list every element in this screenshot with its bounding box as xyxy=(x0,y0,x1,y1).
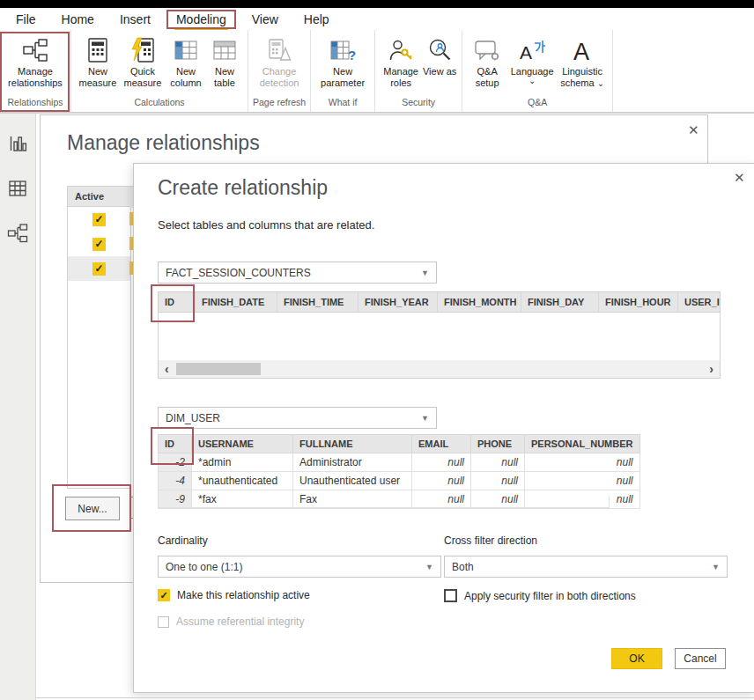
column-header[interactable]: USER_ID xyxy=(678,292,720,312)
cell-null: null xyxy=(471,453,525,472)
option-label: Make this relationship active xyxy=(177,589,310,601)
active-checkbox-checked[interactable]: ✓ xyxy=(92,262,106,276)
scroll-right-icon[interactable]: › xyxy=(703,361,720,377)
active-checkbox-checked[interactable]: ✓ xyxy=(92,238,106,251)
scrollbar-thumb[interactable] xyxy=(176,363,261,375)
status-bar-divider xyxy=(36,697,754,698)
menu-insert[interactable]: Insert xyxy=(120,12,151,26)
manage-dialog-title: Manage relationships xyxy=(67,131,260,155)
new-parameter-button[interactable]: ? New parameter xyxy=(315,30,370,89)
column-header[interactable]: EMAIL xyxy=(412,435,471,453)
cell-null: null xyxy=(525,472,640,490)
relationship-row-selected[interactable]: ✓ xyxy=(68,256,130,281)
active-checkbox-checked[interactable]: ✓ xyxy=(92,213,106,226)
table2-select[interactable]: DIM_USER ▼ xyxy=(158,407,437,429)
view-as-icon xyxy=(426,34,453,66)
title-bar xyxy=(0,0,754,8)
new-table-icon xyxy=(211,34,238,66)
horizontal-scrollbar[interactable]: ‹ › xyxy=(159,360,720,378)
cardinality-select[interactable]: One to one (1:1) ▼ xyxy=(158,556,441,578)
column-header[interactable]: FINISH_MONTH xyxy=(438,292,521,312)
qa-setup-button[interactable]: Q&A setup xyxy=(467,30,507,89)
active-column-header[interactable]: Active xyxy=(68,187,130,207)
create-dialog-subtitle: Select tables and columns that are relat… xyxy=(158,218,374,232)
new-column-icon xyxy=(173,34,199,66)
button-label: New measure xyxy=(76,66,120,89)
cell: Administrator xyxy=(293,453,412,472)
menu-help[interactable]: Help xyxy=(304,12,329,26)
checkbox-checked[interactable]: ✓ xyxy=(158,589,170,601)
column-header-id[interactable]: ID xyxy=(159,435,192,453)
cell-null: null xyxy=(471,472,525,490)
column-header[interactable]: FULLNAME xyxy=(293,435,412,453)
ribbon-group-what-if: ? New parameter What if xyxy=(311,30,375,112)
new-parameter-icon: ? xyxy=(329,34,356,66)
model-view-icon[interactable] xyxy=(7,223,28,244)
column-header[interactable]: PHONE xyxy=(471,435,525,453)
manage-roles-button[interactable]: Manage roles xyxy=(380,30,422,89)
button-label: New parameter xyxy=(315,66,370,89)
cancel-button[interactable]: Cancel xyxy=(675,648,726,669)
ribbon-group-qa: Q&A setup A Language ⌄ A xyxy=(462,30,613,112)
cell: *admin xyxy=(192,453,293,472)
column-header[interactable]: FINISH_DATE xyxy=(196,292,277,312)
cross-filter-select[interactable]: Both ▼ xyxy=(444,556,728,578)
checkbox-unchecked[interactable] xyxy=(444,589,457,602)
change-detection-button: Change detection xyxy=(254,30,305,89)
scroll-left-icon[interactable]: ‹ xyxy=(159,361,175,377)
linguistic-schema-button[interactable]: A Linguistic schema ⌄ xyxy=(557,30,608,89)
table2-selected-value: DIM_USER xyxy=(166,412,220,424)
menu-view[interactable]: View xyxy=(252,12,278,26)
button-label: Linguistic schema ⌄ xyxy=(557,66,608,89)
new-relationship-button[interactable]: New... xyxy=(65,497,120,520)
close-icon[interactable]: ✕ xyxy=(688,123,699,136)
button-label: Change detection xyxy=(254,66,305,89)
change-detection-icon xyxy=(266,34,292,66)
data-view-icon[interactable] xyxy=(8,179,27,198)
manage-relationships-button[interactable]: Manage relationships xyxy=(6,30,64,89)
group-label-qa: Q&A xyxy=(467,95,608,112)
table2-header-row: ID USERNAME FULLNAME EMAIL PHONE PERSONA… xyxy=(159,435,640,453)
ribbon-group-calculations: New measure Quick measure xyxy=(71,30,248,112)
option-make-active: ✓ Make this relationship active xyxy=(158,589,310,601)
table2-empty-row xyxy=(158,496,610,508)
chevron-down-icon: ⌄ xyxy=(597,78,604,88)
column-header-id[interactable]: ID xyxy=(159,292,196,312)
column-header[interactable]: USERNAME xyxy=(192,435,293,453)
relationship-row[interactable]: ✓ xyxy=(68,232,130,256)
view-as-button[interactable]: View as xyxy=(422,30,457,77)
table1-selected-value: FACT_SESSION_COUNTERS xyxy=(166,267,311,279)
cell-id: -4 xyxy=(159,472,192,490)
relationship-row[interactable]: ✓ xyxy=(68,207,130,232)
manage-relationships-icon xyxy=(22,34,48,66)
button-label: New column xyxy=(166,66,206,89)
language-button[interactable]: A Language ⌄ xyxy=(507,30,557,85)
column-header[interactable]: FINISH_TIME xyxy=(277,292,359,312)
new-table-button[interactable]: New table xyxy=(206,30,243,89)
quick-measure-icon xyxy=(129,34,156,66)
quick-measure-button[interactable]: Quick measure xyxy=(120,30,166,89)
new-column-button[interactable]: New column xyxy=(166,30,206,89)
menu-modeling-label: Modeling xyxy=(176,12,226,26)
create-dialog-title: Create relationship xyxy=(158,176,328,200)
close-icon[interactable]: ✕ xyxy=(734,171,745,184)
option-referential-integrity: Assume referential integrity xyxy=(158,615,304,628)
column-header[interactable]: PERSONAL_NUMBER xyxy=(525,435,640,453)
menu-bar: File Home Insert Modeling View Help xyxy=(0,8,754,30)
column-header[interactable]: FINISH_HOUR xyxy=(599,292,678,312)
ok-button[interactable]: OK xyxy=(611,648,662,669)
qa-setup-icon xyxy=(474,34,500,66)
menu-modeling[interactable]: Modeling xyxy=(166,10,236,29)
cross-filter-label: Cross filter direction xyxy=(444,534,537,547)
column-header[interactable]: FINISH_YEAR xyxy=(359,292,438,312)
menu-file[interactable]: File xyxy=(16,12,36,26)
new-measure-button[interactable]: New measure xyxy=(76,30,120,89)
ribbon: Manage relationships Relationships Ne xyxy=(0,30,754,114)
table1-select[interactable]: FACT_SESSION_COUNTERS ▼ xyxy=(158,262,437,284)
checkbox-disabled xyxy=(158,616,169,628)
report-view-icon[interactable] xyxy=(8,135,27,154)
table1-preview: ID FINISH_DATE FINISH_TIME FINISH_YEAR F… xyxy=(158,291,721,379)
column-header[interactable]: FINISH_DAY xyxy=(521,292,599,312)
menu-home[interactable]: Home xyxy=(62,12,94,26)
option-label-disabled: Assume referential integrity xyxy=(176,615,304,628)
